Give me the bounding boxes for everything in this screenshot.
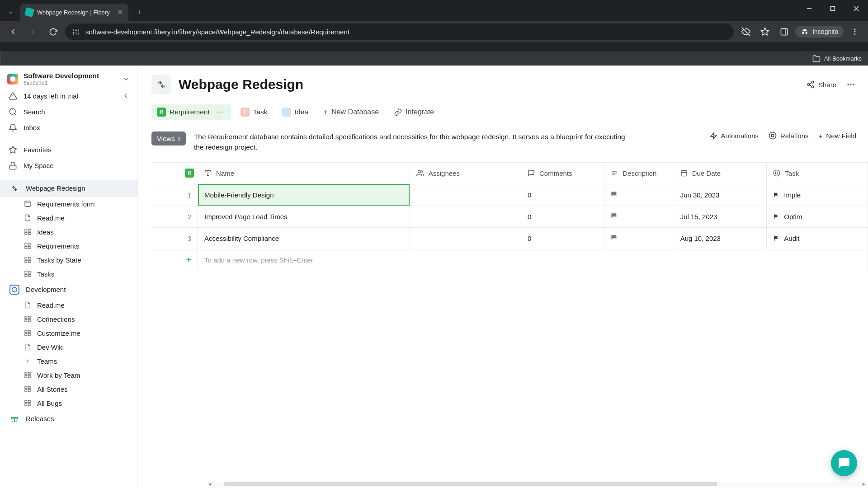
new-database-button[interactable]: + New Database [318,105,384,119]
reload-button[interactable] [45,24,61,39]
workspace-switcher[interactable]: Software Development 6ad8d3d1 [0,69,137,88]
incognito-badge[interactable]: Incognito [795,26,844,38]
cell-task[interactable]: Audit [767,227,868,249]
views-button[interactable]: Views 3 [151,131,186,145]
bookmark-star-icon[interactable] [757,24,773,39]
column-assignees[interactable]: Assignees [410,162,521,184]
help-chat-button[interactable] [831,450,857,476]
table-row[interactable]: 2Improved Page Load Times0Jul 15, 2023Op… [151,206,868,227]
cell-task[interactable]: Imple [767,184,868,206]
relations-button[interactable]: Relations [769,131,809,140]
sidebar-view-tasks-by-state[interactable]: Tasks by State [0,253,137,267]
sidebar-space-releases[interactable]: Releases [0,410,137,427]
sidebar-view-requirements[interactable]: Requirements [0,239,137,253]
svg-point-82 [771,134,774,137]
sidebar-item-myspace[interactable]: My Space [0,158,137,174]
sidebar-view-all-stories[interactable]: All Stories [0,382,137,396]
sidebar-view-work-by-team[interactable]: Work by Team [0,368,137,382]
table-row[interactable]: 3Accessibility Compliance0Aug 10, 2023Au… [151,227,868,249]
horizontal-scrollbar[interactable]: ◄ ► [206,480,868,488]
space-icon[interactable] [151,75,171,94]
collapse-sidebar-icon[interactable] [122,92,129,99]
column-due-date[interactable]: Due Date [674,162,767,184]
db-tab-requirement[interactable]: RRequirement⋯ [151,104,231,120]
all-bookmarks-button[interactable]: All Bookmarks [824,55,862,62]
site-settings-icon[interactable] [72,28,80,36]
workspace-chevron-icon[interactable] [122,75,130,83]
svg-rect-67 [25,404,27,406]
cell-name[interactable]: Mobile-Friendly Design [198,184,410,206]
cell-assignees[interactable] [410,227,521,249]
back-button[interactable] [5,24,21,39]
eye-off-icon[interactable] [738,24,754,39]
browser-tab[interactable]: Webpage Redesign | Fibery ✕ [20,4,128,21]
db-tab-idea[interactable]: Idea [277,104,314,120]
cell-due[interactable]: Aug 10, 2023 [674,227,767,249]
sidebar-view-dev-wiki[interactable]: Dev Wiki [0,340,137,354]
new-tab-button[interactable]: + [132,5,146,19]
table-row[interactable]: 1Mobile-Friendly Design0Jun 30, 2023Impl… [151,184,868,206]
doc-icon [24,214,32,222]
database-tabs: RRequirement⋯TTaskIdea + New Database In… [151,104,868,120]
sidebar-view-read-me[interactable]: Read.me [0,298,137,312]
sidebar-item-inbox[interactable]: Inbox [0,120,137,136]
maximize-icon[interactable] [821,0,844,17]
cell-comments[interactable]: 0 [521,206,604,227]
close-tab-icon[interactable]: ✕ [118,9,123,16]
sidebar-view-read-me[interactable]: Read.me [0,211,137,225]
tabs-search-icon[interactable] [5,6,17,19]
add-row[interactable]: +To add a new row, press Shift+Enter [151,249,868,271]
page-more-icon[interactable] [846,80,855,89]
star-icon [8,145,17,154]
sidebar-space-development[interactable]: Development [0,281,137,298]
close-window-icon[interactable] [844,0,868,17]
cell-comments[interactable]: 0 [521,184,604,206]
cell-description[interactable] [604,184,674,206]
browser-menu-icon[interactable] [847,24,863,39]
cell-comments[interactable]: 0 [521,227,604,249]
db-tab-more-icon[interactable]: ⋯ [213,108,226,116]
scrollbar-thumb[interactable] [224,482,717,486]
cell-assignees[interactable] [410,184,521,206]
align-icon [611,169,618,177]
sidebar-item-search[interactable]: Search [0,104,137,120]
sidebar-space-webpage-redesign[interactable]: Webpage Redesign [0,180,137,197]
sidebar: Software Development 6ad8d3d1 14 days le… [0,66,138,488]
integrate-button[interactable]: Integrate [389,105,439,119]
sidebar-view-ideas[interactable]: Ideas [0,225,137,239]
share-button[interactable]: Share [802,78,841,91]
sidebar-view-customize-me[interactable]: Customize.me [0,326,137,340]
cell-description[interactable] [604,206,674,227]
address-bar[interactable]: software-development.fibery.io/fibery/sp… [65,23,734,40]
bell-icon [8,123,17,132]
side-panel-icon[interactable] [776,24,792,39]
minimize-icon[interactable] [797,0,821,17]
column-task[interactable]: Task [767,162,868,184]
svg-line-75 [809,85,811,86]
cell-due[interactable]: Jul 15, 2023 [674,206,767,227]
cell-task[interactable]: Optim [767,206,868,227]
svg-point-77 [848,84,849,85]
db-tab-task[interactable]: TTask [235,104,273,120]
scroll-left-icon[interactable]: ◄ [206,481,214,487]
scroll-right-icon[interactable]: ► [860,481,868,487]
new-field-button[interactable]: + New Field [819,131,856,140]
column-comments[interactable]: Comments [521,162,604,184]
column-name[interactable]: Name [198,162,410,184]
add-row-plus-icon[interactable]: + [151,249,198,271]
sidebar-view-connections[interactable]: Connections [0,312,137,326]
sidebar-item-favorites[interactable]: Favorites [0,142,137,158]
cell-assignees[interactable] [410,206,521,227]
cell-description[interactable] [604,227,674,249]
sidebar-view-all-bugs[interactable]: All Bugs [0,396,137,410]
cell-name[interactable]: Accessibility Compliance [198,227,410,249]
sidebar-view-requirements-form[interactable]: Requirements form [0,197,137,211]
forward-button[interactable] [25,24,41,39]
trial-banner[interactable]: 14 days left in trial [0,88,137,104]
sidebar-view-teams[interactable]: Teams [0,354,137,368]
sidebar-view-tasks[interactable]: Tasks [0,267,137,281]
automations-button[interactable]: Automations [710,131,759,140]
column-description[interactable]: Description [604,162,674,184]
cell-name[interactable]: Improved Page Load Times [198,206,410,227]
cell-due[interactable]: Jun 30, 2023 [674,184,767,206]
